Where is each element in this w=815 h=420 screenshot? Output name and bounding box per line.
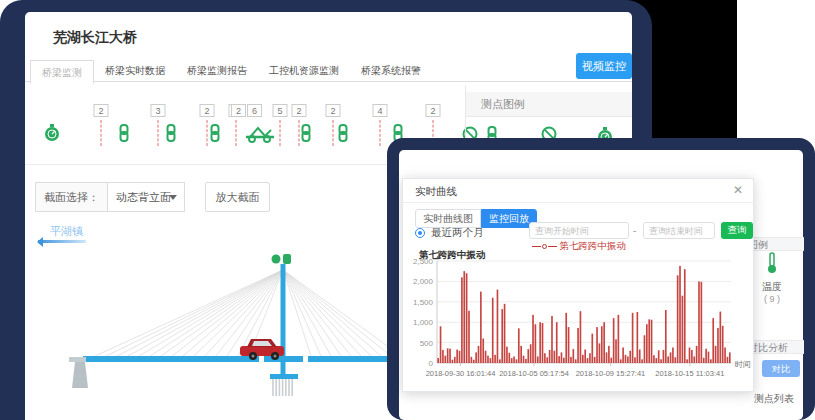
tab-2[interactable]: 桥梁监测报告 [176, 59, 258, 83]
sensor-item-chain[interactable] [337, 124, 349, 148]
chain-icon [118, 124, 130, 144]
close-icon[interactable]: ✕ [733, 183, 743, 197]
realtime-curve-modal: 实时曲线 ✕ 实时曲线图 监控回放 最近两个月 - 查询 第七跨跨中振动 第七跨… [402, 178, 754, 392]
legend-marker-icon [542, 244, 547, 249]
svg-text:2,000: 2,000 [413, 277, 434, 286]
svg-text:1,000: 1,000 [413, 318, 434, 327]
section-select-label: 截面选择： [35, 182, 108, 212]
svg-text:2018-10-15 11:03:41: 2018-10-15 11:03:41 [655, 369, 724, 378]
sensor-item-dash: 5 [273, 104, 288, 146]
tab-4[interactable]: 桥梁系统报警 [350, 59, 432, 83]
thermometer-icon [765, 252, 779, 274]
modal-title: 实时曲线 [415, 185, 457, 199]
red-dashed-line [158, 120, 159, 146]
red-dashed-line [333, 120, 334, 146]
radio-label: 最近两个月 [431, 226, 484, 240]
sensor-item-chain[interactable] [165, 124, 177, 148]
legend-line-icon [548, 246, 557, 247]
svg-text:500: 500 [420, 339, 434, 348]
radio-last-two-months[interactable] [415, 228, 425, 238]
sensor-count-badge: 2 [200, 104, 215, 117]
sensor-count-badge: 2 [426, 104, 441, 117]
tab-0[interactable]: 桥梁监测 [30, 60, 94, 84]
bridge-icon [245, 125, 275, 143]
red-dashed-line [236, 120, 237, 146]
sensor-count-badge: 2 [292, 104, 307, 117]
sidebar-point-list-label: 测点列表 [754, 392, 802, 406]
chain-icon [300, 124, 312, 144]
red-dashed-line [380, 120, 381, 146]
range-separator: - [633, 225, 636, 236]
legend-panel-header: 测点图例 [466, 92, 632, 117]
svg-text:2018-10-05 05:17:54: 2018-10-05 05:17:54 [499, 369, 569, 378]
chain-icon [337, 124, 349, 144]
sensor-count-badge: 6 [247, 104, 262, 117]
red-dashed-line [101, 120, 102, 146]
red-dashed-line [207, 120, 208, 146]
query-button[interactable]: 查询 [721, 222, 753, 239]
svg-text:2018-10-09 15:27:41: 2018-10-09 15:27:41 [576, 369, 646, 378]
sensor-count-badge: 4 [373, 104, 388, 117]
sensor-item-chain[interactable] [118, 124, 130, 148]
stopwatch-icon [43, 123, 61, 143]
page: 芜湖长江大桥 桥梁监测桥梁实时数据桥梁监测报告工控机资源监测桥梁系统报警 视频监… [0, 0, 815, 420]
direction-label: 平湖镇 [50, 224, 83, 239]
end-time-input[interactable] [643, 222, 715, 239]
range-radio-row: 最近两个月 [415, 226, 484, 240]
sensor-count-badge: 2 [326, 104, 341, 117]
bridge-diagram [30, 238, 405, 413]
tab-list: 桥梁监测桥梁实时数据桥梁监测报告工控机资源监测桥梁系统报警 [30, 58, 432, 83]
legend-label: 第七跨跨中振动 [560, 240, 627, 251]
red-dashed-line [280, 120, 281, 146]
chevron-down-icon [169, 195, 177, 204]
svg-text:时间: 时间 [735, 360, 751, 369]
zoom-section-button[interactable]: 放大截面 [205, 182, 270, 212]
vibration-chart: 05001,0001,5002,0002,5002018-09-30 16:01… [411, 255, 757, 389]
modal-header: 实时曲线 ✕ [403, 179, 753, 203]
page-title: 芜湖长江大桥 [53, 29, 137, 47]
sensor-count-badge: 5 [273, 104, 288, 117]
sensor-item-dash: 2 [94, 104, 109, 146]
sensor-item-bridge[interactable]: 26 [245, 104, 275, 147]
chain-icon [165, 124, 177, 144]
compare-analysis-button[interactable]: 对比分析 [762, 360, 800, 377]
sensor-item-stopwatch[interactable] [43, 123, 61, 147]
sensor-item-chain[interactable] [300, 124, 312, 148]
section-select-dropdown[interactable]: 动态背立面 [108, 182, 185, 212]
sensor-count-badge: 2 [94, 104, 109, 117]
sensor-item-chain[interactable] [209, 124, 221, 148]
svg-text:0: 0 [429, 359, 434, 368]
sensor-count-badge: 2 [231, 104, 246, 117]
section-select-bar: 截面选择： 动态背立面 [35, 182, 185, 212]
sensor-count-badge: 3 [151, 104, 166, 117]
section-select-value: 动态背立面 [116, 191, 171, 203]
chain-icon [209, 124, 221, 144]
sensor-item-dash: 4 [373, 104, 388, 146]
start-time-input[interactable] [529, 222, 629, 239]
svg-text:1,500: 1,500 [413, 298, 434, 307]
legend-line-icon [532, 246, 541, 247]
video-monitor-button[interactable]: 视频监控 [576, 53, 632, 79]
tab-3[interactable]: 工控机资源监测 [258, 59, 350, 83]
tab-1[interactable]: 桥梁实时数据 [94, 59, 176, 83]
svg-text:2018-09-30 16:01:44: 2018-09-30 16:01:44 [426, 369, 496, 378]
svg-text:2,500: 2,500 [413, 257, 434, 266]
sensor-item-dash: 3 [151, 104, 166, 146]
